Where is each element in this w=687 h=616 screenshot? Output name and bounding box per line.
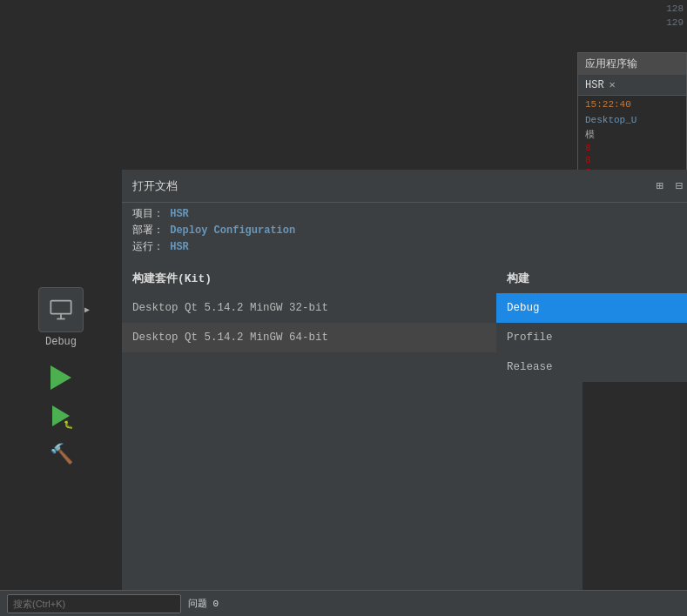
deploy-info-line: 部署： Deploy Configuration	[132, 223, 686, 239]
entry-3: 8	[578, 154, 686, 166]
app-output-filename: Desktop_U	[578, 113, 686, 127]
deploy-label: 部署：	[132, 224, 164, 237]
kit-column-header: 构建套件(Kit)	[122, 264, 496, 293]
entry-1: 模	[578, 127, 686, 142]
project-label: 项目：	[132, 208, 164, 220]
build-option-debug[interactable]: Debug	[496, 293, 687, 323]
sidebar-build-label: Debug	[45, 336, 77, 348]
issues-label: 问题 0	[188, 597, 219, 610]
build-column-header: 构建	[496, 264, 687, 293]
editor-area	[122, 0, 583, 170]
app-output-tab-label: HSR	[585, 79, 604, 91]
run-label: 运行：	[132, 241, 164, 253]
bug-icon: 🐛	[64, 420, 73, 430]
run-button[interactable]	[45, 362, 77, 393]
build-debug-label: Debug	[507, 302, 540, 314]
bottom-bar: 问题 0	[0, 590, 687, 616]
split-button[interactable]: ⊟	[672, 177, 686, 195]
kit-label-64bit: Desktop Qt 5.14.2 MinGW 64-bit	[132, 331, 328, 344]
app-output-tab[interactable]: HSR ✕	[578, 75, 686, 96]
line-numbers: 128 129	[583, 0, 687, 30]
project-icon-box[interactable]: ▶	[38, 287, 84, 332]
kit-row-32bit[interactable]: Desktop Qt 5.14.2 MinGW 32-bit	[122, 293, 496, 323]
dropdown-info: 项目： HSR 部署： Deploy Configuration 运行： HSR	[122, 203, 687, 264]
close-tab-button[interactable]: ✕	[610, 78, 616, 91]
dropdown-header-row: 打开文档 ⊞ ⊟	[132, 177, 686, 195]
build-option-profile[interactable]: Profile	[496, 323, 687, 352]
monitor-icon	[49, 298, 73, 322]
sidebar-project-section: ▶ Debug 🐛 🔨	[0, 0, 122, 477]
project-info-line: 项目： HSR	[132, 206, 686, 223]
dropdown-header: 打开文档 ⊞ ⊟	[122, 170, 687, 203]
debug-run-button[interactable]: 🐛	[45, 400, 77, 432]
run-info-line: 运行： HSR	[132, 239, 686, 256]
chevron-right-icon: ▶	[84, 305, 90, 315]
hammer-icon: 🔨	[50, 443, 73, 466]
build-release-label: Release	[507, 361, 553, 373]
build-button[interactable]: 🔨	[45, 439, 77, 470]
sidebar: ▶ Debug 🐛 🔨	[0, 0, 122, 616]
build-column: 构建 Debug Profile Release	[496, 264, 687, 382]
app-output-timestamp: 15:22:40	[578, 96, 686, 113]
line-number-129: 129	[583, 16, 687, 30]
app-output-title: 应用程序输	[585, 57, 637, 71]
kit-label-32bit: Desktop Qt 5.14.2 MinGW 32-bit	[132, 302, 328, 314]
dropdown-columns: 构建套件(Kit) Desktop Qt 5.14.2 MinGW 32-bit…	[122, 264, 687, 382]
kit-column: 构建套件(Kit) Desktop Qt 5.14.2 MinGW 32-bit…	[122, 264, 496, 382]
deploy-value: Deploy Configuration	[170, 224, 295, 237]
project-value: HSR	[170, 208, 189, 220]
build-option-release[interactable]: Release	[496, 352, 687, 382]
dropdown-controls: ⊞ ⊟	[652, 177, 686, 195]
expand-button[interactable]: ⊞	[652, 177, 666, 195]
entry-2: 8	[578, 142, 686, 154]
kit-row-64bit[interactable]: Desktop Qt 5.14.2 MinGW 64-bit	[122, 323, 496, 352]
run-triangle-icon	[51, 365, 71, 390]
run-value: HSR	[170, 241, 189, 253]
search-input[interactable]	[7, 594, 181, 613]
dropdown-title: 打开文档	[132, 178, 178, 194]
dropdown-overlay: 打开文档 ⊞ ⊟ 项目： HSR 部署： Deploy Configuratio…	[122, 170, 687, 382]
app-output-header: 应用程序输	[578, 53, 686, 75]
build-profile-label: Profile	[507, 331, 553, 344]
svg-rect-0	[51, 301, 71, 314]
line-number-128: 128	[583, 2, 687, 16]
